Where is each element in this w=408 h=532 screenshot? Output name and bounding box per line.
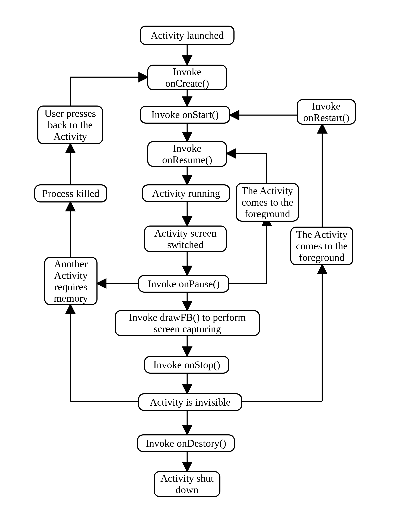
node-label: Invoke onStop(): [153, 359, 220, 371]
node-user-presses-back: User presses back to the Activity: [37, 106, 103, 144]
node-activity-foreground-1: The Activity comes to the foreground: [236, 183, 299, 222]
node-invoke-onstart: Invoke onStart(): [140, 106, 230, 124]
node-activity-invisible: Activity is invisible: [138, 393, 242, 411]
node-invoke-onstop: Invoke onStop(): [144, 356, 230, 374]
node-another-activity-memory: Another Activity requires memory: [44, 257, 98, 305]
node-label: Another Activity requires memory: [48, 258, 94, 304]
node-activity-shutdown: Activity shut down: [154, 471, 221, 497]
node-label: Activity running: [152, 188, 220, 199]
node-label: Invoke onPause(): [148, 278, 220, 290]
node-label: Invoke onCreate(): [151, 66, 223, 89]
node-activity-launched: Activity launched: [140, 25, 235, 45]
node-label: Invoke onResume(): [151, 143, 223, 166]
node-invoke-onpause: Invoke onPause(): [138, 275, 230, 293]
node-label: Process killed: [42, 188, 99, 199]
node-label: Invoke onStart(): [151, 109, 219, 120]
node-activity-running: Activity running: [142, 184, 230, 202]
node-label: Invoke onRestart(): [300, 100, 352, 123]
node-process-killed: Process killed: [34, 184, 107, 203]
node-activity-screen-switched: Activity screen switched: [144, 226, 227, 252]
node-label: Activity shut down: [157, 473, 217, 496]
node-invoke-drawfb: Invoke drawFB() to perform screen captur…: [115, 310, 260, 336]
node-label: The Activity comes to the foreground: [294, 229, 350, 263]
node-label: The Activity comes to the foreground: [239, 185, 295, 219]
node-invoke-onrestart: Invoke onRestart(): [297, 99, 356, 125]
flowchart-canvas: Activity launched Invoke onCreate() Invo…: [0, 0, 408, 532]
node-invoke-onresume: Invoke onResume(): [147, 141, 227, 167]
node-label: Activity screen switched: [148, 227, 223, 250]
node-label: Invoke drawFB() to perform screen captur…: [119, 312, 256, 335]
node-label: Invoke onDestory(): [146, 438, 226, 449]
node-invoke-ondestroy: Invoke onDestory(): [137, 434, 235, 452]
node-invoke-oncreate: Invoke onCreate(): [147, 65, 227, 90]
node-label: Activity launched: [151, 30, 224, 41]
node-label: User presses back to the Activity: [41, 108, 99, 142]
node-activity-foreground-2: The Activity comes to the foreground: [290, 227, 353, 265]
node-label: Activity is invisible: [150, 396, 231, 408]
